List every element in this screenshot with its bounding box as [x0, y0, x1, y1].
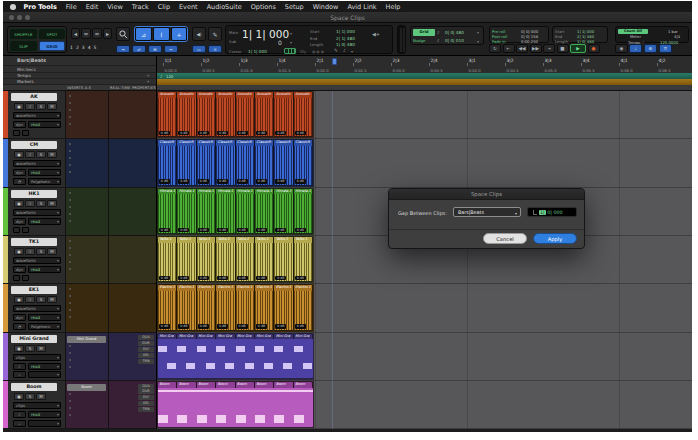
grabber-tool-button[interactable]: + — [171, 27, 187, 41]
track-name[interactable]: AK — [11, 93, 57, 101]
track-lane-mini-grand[interactable]: Mini GraMini GraMini GraMini GraMini Gra… — [157, 333, 692, 381]
track-view-selector[interactable]: waveform▾ — [13, 209, 61, 216]
audio-clip[interactable]: ClassicR0 dB — [274, 140, 292, 184]
midi-clip-header[interactable]: Boom — [177, 382, 195, 388]
track-name[interactable]: HK1 — [11, 190, 57, 198]
automation-caret-icon[interactable]: ▾ — [57, 267, 59, 273]
insert-slot-dot[interactable] — [69, 199, 71, 201]
clip-gain-badge[interactable]: 0 dB — [178, 228, 189, 233]
insertion-follows-playback-button[interactable]: ↦ — [164, 45, 178, 53]
track-option-button[interactable] — [22, 130, 29, 136]
automation-mode-selector[interactable]: read▾ — [28, 266, 61, 273]
track-name[interactable]: Boom — [11, 383, 57, 391]
bottom-scroll-strip[interactable] — [3, 429, 692, 432]
automation-mode-selector[interactable]: read▾ — [28, 411, 61, 418]
input-monitor-button[interactable]: I — [25, 151, 35, 158]
fast-forward-button[interactable]: ▶▶ — [530, 44, 542, 53]
conductor-button[interactable]: ≡ — [659, 44, 672, 53]
clip-gain-badge[interactable]: 0 dB — [159, 179, 170, 184]
insert-slot-dot[interactable] — [69, 359, 71, 361]
audio-clip[interactable]: ClassicR0 dB — [294, 140, 312, 184]
menu-edit[interactable]: Edit — [81, 3, 103, 11]
timebase-rulers[interactable]: ♪ 120 1|10:00.01|20:00.51|30:01.01|40:01… — [157, 56, 692, 85]
clip-gain-badge[interactable]: 0 dB — [159, 276, 170, 281]
audio-clip[interactable]: Taiko.10 dB — [197, 237, 215, 281]
elastic-audio-icon[interactable]: ◔ — [13, 178, 26, 185]
rtp-dur[interactable]: DUR — [138, 389, 154, 394]
mute-button[interactable]: M — [36, 345, 46, 352]
mute-button[interactable]: M — [36, 393, 46, 400]
audio-clip[interactable]: ClassicR0 dB — [236, 140, 254, 184]
rtp-qua[interactable]: QUA — [138, 335, 154, 340]
zoom-preset-2[interactable]: 2 — [76, 45, 79, 53]
clip-gain-badge[interactable]: 0 dB — [256, 228, 267, 233]
audio-clip[interactable]: Himala.10 dB — [216, 189, 234, 233]
audio-clip[interactable]: Electro.10 dB — [274, 285, 292, 329]
automation-mode-selector[interactable]: read▾ — [28, 363, 61, 370]
elastic-caret-icon[interactable]: ▾ — [57, 324, 59, 330]
clip-gain-badge[interactable]: 0 dB — [217, 179, 228, 184]
audio-clip[interactable]: Acoustic0 dB — [255, 92, 273, 136]
stop-button[interactable]: ■ — [557, 44, 569, 53]
track-name[interactable]: Mini Grand — [11, 335, 57, 343]
zoom-out-button[interactable]: ◂ — [71, 28, 80, 39]
audio-clip[interactable]: Electro.10 dB — [177, 285, 195, 329]
nudge-note-icon[interactable]: ♪ — [437, 38, 439, 43]
mode-slip-button[interactable]: SLIP — [10, 41, 37, 51]
audio-clip[interactable]: Taiko.10 dB — [236, 237, 254, 281]
mode-spot-button[interactable]: SPOT — [39, 29, 65, 39]
automation-mode-selector[interactable]: read▾ — [28, 218, 61, 225]
patch-note-icon[interactable]: ♩ — [13, 420, 26, 427]
track-lane-ek1[interactable]: Electro.10 dBElectro.10 dBElectro.10 dBE… — [157, 284, 692, 332]
clip-gain-badge[interactable]: 0 dB — [256, 131, 267, 136]
clip-gain-badge[interactable]: 0 dB — [198, 131, 209, 136]
grid-label[interactable]: Grid — [413, 29, 435, 36]
midi-clip-body[interactable] — [158, 339, 313, 378]
clip-gain-badge[interactable]: 0 dB — [275, 131, 286, 136]
cursor-options-caret-icon[interactable]: ▾ — [351, 49, 353, 54]
rtp-vel[interactable]: VEL — [138, 401, 154, 406]
automation-caret-icon[interactable]: ▾ — [57, 170, 59, 176]
gap-value-rest[interactable]: 0| 000 — [546, 210, 563, 215]
track-option-button[interactable] — [22, 275, 29, 281]
automation-caret-icon[interactable]: ▾ — [57, 122, 59, 128]
audio-clip[interactable]: Acoustic0 dB — [158, 92, 176, 136]
clip-gain-badge[interactable]: 0 dB — [295, 228, 306, 233]
audio-clip[interactable]: ClassicR0 dB — [177, 140, 195, 184]
mode-shuffle-button[interactable]: SHUFFLE — [10, 29, 37, 39]
clip-gain-badge[interactable]: 0 dB — [217, 131, 228, 136]
mode-grid-button[interactable]: GRID — [39, 41, 65, 51]
menu-audiosuite[interactable]: AudioSuite — [202, 3, 246, 11]
metronome-button[interactable]: ♩ — [629, 44, 642, 53]
note-value-icon[interactable]: ♪ — [343, 48, 346, 53]
play-button[interactable]: ▶ — [570, 44, 586, 53]
rtp-vel[interactable]: VEL — [138, 353, 154, 358]
dialog-title[interactable]: Space Clips — [389, 189, 584, 200]
dyn-button[interactable]: dyn — [13, 314, 26, 321]
clip-gain-badge[interactable]: 0 dB — [237, 179, 248, 184]
audio-clip[interactable]: Acoustic0 dB — [274, 92, 292, 136]
clip-gain-badge[interactable]: 0 dB — [159, 228, 170, 233]
sub-counter-menu-icon[interactable]: ▾ — [290, 40, 292, 45]
zoom-toggle-button[interactable]: ▭ — [192, 45, 206, 53]
zoom-preset-1[interactable]: 1 — [70, 45, 73, 53]
tempo-marker[interactable]: 120 — [166, 74, 173, 79]
input-monitor-button[interactable]: I — [25, 103, 35, 110]
track-view-selector[interactable]: waveform▾ — [13, 305, 61, 312]
fade-in-label[interactable]: Fade-in — [492, 39, 506, 44]
clip-gain-badge[interactable]: 0 dB — [295, 276, 306, 281]
clip-gain-badge[interactable]: 0 dB — [256, 324, 267, 329]
solo-button[interactable]: S — [36, 200, 46, 207]
midi-keyboard-icon[interactable] — [284, 48, 296, 54]
track-view-selector[interactable]: waveform▾ — [13, 112, 61, 119]
track-view-selector[interactable]: clips▾ — [13, 402, 61, 409]
midi-clip-header[interactable]: Boom — [236, 382, 254, 388]
tsel-length-value[interactable]: 1| 0| 480 — [577, 39, 594, 44]
clip-gain-badge[interactable]: 0 dB — [237, 131, 248, 136]
wait-for-note-button[interactable]: ◉ — [615, 44, 628, 53]
rtp-trn[interactable]: TRN — [138, 407, 154, 412]
midi-zoom-button[interactable]: ≈ — [92, 28, 102, 39]
clip-gain-badge[interactable]: 0 dB — [237, 324, 248, 329]
audio-clip[interactable]: Electro.10 dB — [255, 285, 273, 329]
clip-gain-badge[interactable]: 0 dB — [295, 179, 306, 184]
